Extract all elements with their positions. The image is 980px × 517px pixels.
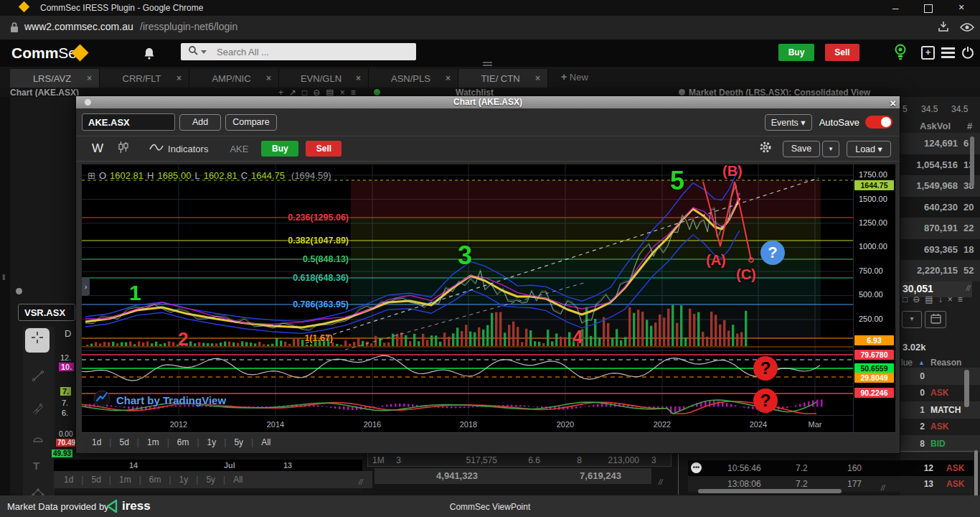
vsr-timeframe-button[interactable]: 1m <box>101 475 131 485</box>
workspace-tab[interactable]: ASN/PLS × <box>369 69 458 88</box>
timeframe-button[interactable]: All <box>243 437 270 447</box>
value-column-header[interactable]: lue <box>901 358 913 368</box>
header-buy-button[interactable]: Buy <box>778 44 814 61</box>
askvol-column-header[interactable]: AskVol <box>920 121 951 131</box>
question-mark-annotation[interactable]: ? <box>753 356 778 381</box>
ask-row[interactable]: 2,220,115 52 <box>900 260 980 281</box>
fib-level-label[interactable]: 0.5(848.13) <box>241 254 349 264</box>
scrollbar-thumb[interactable] <box>964 370 969 407</box>
search-box[interactable] <box>181 43 416 60</box>
download-icon[interactable] <box>937 20 950 36</box>
timeframe-button[interactable]: 1y <box>189 437 216 447</box>
horizontal-scrollbar-thumb[interactable] <box>698 489 842 493</box>
splitter-handle[interactable] <box>483 62 492 66</box>
workspace-tab[interactable]: CRR/FLT × <box>100 69 189 88</box>
price-pane[interactable]: ⊞ O1602.81 H1685.00 L1602.81 C1644.75 (1… <box>82 164 853 350</box>
workspace-tab[interactable]: EVN/GLN × <box>279 69 369 88</box>
tradingview-attribution[interactable]: Chart by TradingView <box>93 390 226 410</box>
vsr-timeframe-button[interactable]: 1d <box>64 475 73 485</box>
dialog-close-icon[interactable]: × <box>890 97 896 109</box>
fib-level-label[interactable]: 0.618(648.36) <box>241 273 349 283</box>
close-button[interactable]: × <box>958 1 964 13</box>
dialog-titlebar[interactable]: Chart (AKE.ASX) <box>76 96 900 108</box>
vsr-timeframe-button[interactable]: 6m <box>131 475 161 485</box>
vsr-symbol-input[interactable] <box>18 304 75 321</box>
vsr-period-label[interactable]: D <box>65 328 71 339</box>
trade-row[interactable]: ••• 10:56:46 7.2 160 12 ASK <box>688 460 974 476</box>
gear-icon[interactable] <box>758 140 773 157</box>
resize-grip-icon[interactable]: // <box>659 478 663 486</box>
url-bar[interactable]: www2.commsec.com.au /iressplugin-net6/lo… <box>0 16 980 40</box>
ask-row[interactable]: 124,691 6 <box>900 133 980 154</box>
tab-close-icon[interactable]: × <box>535 73 540 83</box>
workspace-tab[interactable]: AMP/NIC × <box>189 69 279 88</box>
sale-row[interactable]: 8 BID <box>900 435 980 452</box>
symbol-input[interactable] <box>82 113 175 131</box>
wave-label-C[interactable]: (C) <box>736 266 756 283</box>
fib-level-label[interactable]: 1(1.67) <box>225 333 333 343</box>
vertical-scrollbar-thumb[interactable] <box>974 450 978 498</box>
chart-buy-button[interactable]: Buy <box>261 141 298 157</box>
wave-label-1[interactable]: 1 <box>129 281 141 305</box>
time-axis[interactable]: 2012 2014 2016 2018 2020 2022 2024 Mar <box>82 416 853 432</box>
price-scale[interactable]: 1750.00 1644.75 1500.00 1250.00 1000.00 … <box>853 164 896 432</box>
wave-label-B[interactable]: (B) <box>722 164 743 180</box>
maximize-button[interactable] <box>924 4 933 13</box>
ask-row[interactable]: 870,191 22 <box>900 218 980 239</box>
fib-level-label[interactable]: 0.382(1047.89) <box>241 236 349 246</box>
vsr-timeframe-button[interactable]: 5d <box>73 475 100 485</box>
timeframe-button[interactable]: 5d <box>101 437 128 447</box>
resize-grip-icon[interactable]: // <box>359 478 363 486</box>
tab-close-icon[interactable]: × <box>176 73 182 83</box>
crosshair-tool-button[interactable] <box>25 328 50 353</box>
wave-label-4[interactable]: 4 <box>573 326 583 348</box>
add-panel-icon[interactable]: + <box>921 46 935 60</box>
text-tool-icon[interactable]: T <box>33 460 39 472</box>
question-mark-annotation[interactable]: ? <box>760 241 785 265</box>
timeframe-button[interactable]: 1m <box>129 437 159 447</box>
events-dropdown[interactable]: Events ▾ <box>765 114 812 131</box>
ask-row[interactable]: 1,549,968 38 <box>900 175 980 197</box>
new-tab-button[interactable]: + New <box>561 71 588 83</box>
tab-close-icon[interactable]: × <box>87 73 92 83</box>
interval-button[interactable]: W <box>92 141 103 156</box>
shape-tool-icon[interactable] <box>32 433 44 449</box>
eye-icon[interactable] <box>960 22 974 35</box>
chart-area[interactable]: ⊞ O1602.81 H1685.00 L1602.81 C1644.75 (1… <box>82 164 895 432</box>
autosave-toggle[interactable] <box>865 116 892 129</box>
legend-grid-icon[interactable]: ⊞ <box>88 170 95 181</box>
wave-label-5[interactable]: 5 <box>670 166 684 196</box>
compare-button[interactable]: Compare <box>225 114 277 131</box>
scrollbar-thumb[interactable] <box>970 136 974 187</box>
count-column-header[interactable]: # <box>967 121 972 131</box>
search-input[interactable] <box>215 46 390 58</box>
oscillator-pane[interactable]: Chart by TradingView ? <box>82 387 853 415</box>
workspace-tab[interactable]: LRS/AVZ × <box>10 69 100 88</box>
vsr-timeframe-button[interactable]: 1y <box>161 475 188 485</box>
save-button[interactable]: Save <box>783 141 820 157</box>
bulb-icon[interactable] <box>894 43 907 65</box>
timeframe-button[interactable]: 6m <box>159 437 189 447</box>
tab-close-icon[interactable]: × <box>266 73 271 83</box>
load-dropdown-button[interactable]: Load ▾ <box>847 141 891 157</box>
question-mark-annotation[interactable]: ? <box>753 388 778 413</box>
power-icon[interactable] <box>961 46 974 62</box>
vsr-timeframe-button[interactable]: 5y <box>188 475 215 485</box>
grip-icon[interactable]: ‖ <box>2 273 6 281</box>
resize-grip-icon[interactable]: // <box>881 484 885 492</box>
ask-row[interactable]: 640,230 20 <box>900 197 980 218</box>
tab-close-icon[interactable]: × <box>446 73 451 83</box>
resize-grip-icon[interactable]: // <box>966 284 971 292</box>
minimize-button[interactable]: – <box>892 1 898 14</box>
search-caret-icon[interactable] <box>201 50 207 54</box>
timeframe-button[interactable]: 1d <box>92 437 101 447</box>
wave-label-2[interactable]: 2 <box>178 328 188 350</box>
wave-label-A[interactable]: (A) <box>706 252 726 269</box>
wave-label-3[interactable]: 3 <box>458 241 472 271</box>
panel-toolbar-icons[interactable]: □⊖▤↓×≡ <box>903 294 968 304</box>
bell-icon[interactable] <box>143 47 155 62</box>
timeframe-button[interactable]: 5y <box>216 437 243 447</box>
ellipsis-icon[interactable]: ••• <box>691 462 702 473</box>
candlestick-style-icon[interactable] <box>118 141 129 157</box>
indicators-button[interactable]: Indicators <box>168 144 208 154</box>
